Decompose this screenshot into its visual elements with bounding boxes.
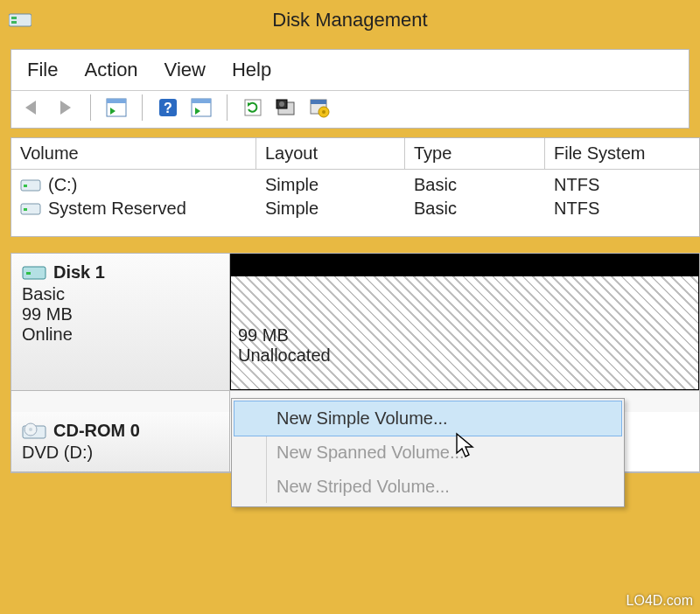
svg-marker-12: [195, 108, 200, 115]
disk1-info[interactable]: Disk 1 Basic 99 MB Online: [11, 254, 230, 390]
unallocated-region[interactable]: 99 MB Unallocated: [230, 276, 699, 390]
svg-rect-25: [24, 208, 27, 211]
disk1-title: Disk 1: [53, 262, 105, 283]
svg-marker-4: [60, 101, 71, 115]
volume-fs: NTFS: [545, 197, 699, 220]
volume-type: Basic: [405, 173, 545, 197]
col-volume[interactable]: Volume: [11, 138, 256, 170]
cdrom-title: CD-ROM 0: [53, 421, 140, 441]
refresh-icon[interactable]: [240, 94, 266, 121]
svg-rect-23: [24, 185, 27, 187]
unalloc-label: Unallocated: [238, 345, 698, 366]
watermark: LO4D.com: [626, 593, 693, 609]
svg-rect-1: [11, 17, 17, 19]
menubar: File Action View Help: [11, 50, 689, 90]
view-panes-icon[interactable]: [188, 94, 214, 121]
svg-rect-19: [311, 100, 326, 104]
volume-type: Basic: [405, 197, 545, 220]
forward-button[interactable]: [52, 94, 78, 121]
menu-new-simple-volume[interactable]: New Simple Volume...: [234, 401, 622, 436]
volume-fs: NTFS: [545, 173, 699, 197]
svg-rect-6: [107, 99, 126, 103]
svg-rect-27: [26, 272, 31, 275]
svg-point-21: [322, 110, 326, 114]
cdrom-icon: [22, 422, 46, 441]
menu-new-striped-volume: New Striped Volume...: [234, 470, 621, 504]
menu-action[interactable]: Action: [84, 59, 137, 81]
disk1-map[interactable]: 99 MB Unallocated: [230, 254, 699, 390]
drive-icon: [20, 178, 41, 193]
col-fs[interactable]: File System: [545, 138, 699, 170]
titlebar: Disk Management: [0, 0, 700, 40]
volume-layout: Simple: [256, 197, 405, 220]
menu-new-spanned-volume: New Spanned Volume...: [234, 436, 621, 470]
svg-marker-7: [110, 108, 116, 115]
table-row[interactable]: (C:) Simple Basic NTFS: [11, 173, 699, 197]
partition-header-bar: [230, 254, 699, 276]
disk1-size: 99 MB: [22, 304, 219, 324]
col-layout[interactable]: Layout: [256, 138, 405, 170]
col-type[interactable]: Type: [405, 138, 545, 170]
show-hide-tree-icon[interactable]: [103, 94, 130, 121]
drive-icon: [20, 201, 41, 217]
svg-point-30: [29, 428, 32, 431]
back-button[interactable]: [18, 94, 45, 121]
menu-help[interactable]: Help: [232, 59, 271, 81]
svg-rect-26: [23, 267, 46, 279]
disk1-type: Basic: [22, 284, 219, 304]
svg-rect-2: [11, 21, 17, 24]
volume-name: System Reserved: [48, 199, 186, 219]
volume-name: (C:): [48, 175, 77, 195]
window-title: Disk Management: [0, 9, 700, 31]
svg-point-17: [279, 101, 284, 107]
unalloc-size: 99 MB: [238, 325, 698, 345]
settings-icon[interactable]: [306, 94, 332, 121]
disk1-status: Online: [22, 324, 219, 345]
svg-marker-3: [25, 101, 36, 115]
toolbar: ?: [11, 90, 689, 128]
cdrom-info[interactable]: CD-ROM 0 DVD (D:): [11, 412, 230, 471]
context-menu: New Simple Volume... New Spanned Volume.…: [231, 398, 625, 507]
cdrom-sub: DVD (D:): [22, 443, 219, 463]
volume-layout: Simple: [256, 173, 405, 197]
svg-rect-11: [192, 99, 211, 103]
table-row[interactable]: System Reserved Simple Basic NTFS: [11, 197, 699, 220]
disk-icon: [22, 264, 46, 282]
app-icon: [9, 10, 32, 30]
menu-view[interactable]: View: [164, 59, 206, 81]
menu-file[interactable]: File: [27, 59, 58, 81]
volume-table: Volume Layout Type File System (C:) Simp…: [10, 137, 700, 237]
rescan-disks-icon[interactable]: [273, 94, 299, 121]
svg-rect-0: [9, 14, 32, 26]
help-icon[interactable]: ?: [155, 94, 181, 121]
svg-text:?: ?: [164, 101, 172, 115]
